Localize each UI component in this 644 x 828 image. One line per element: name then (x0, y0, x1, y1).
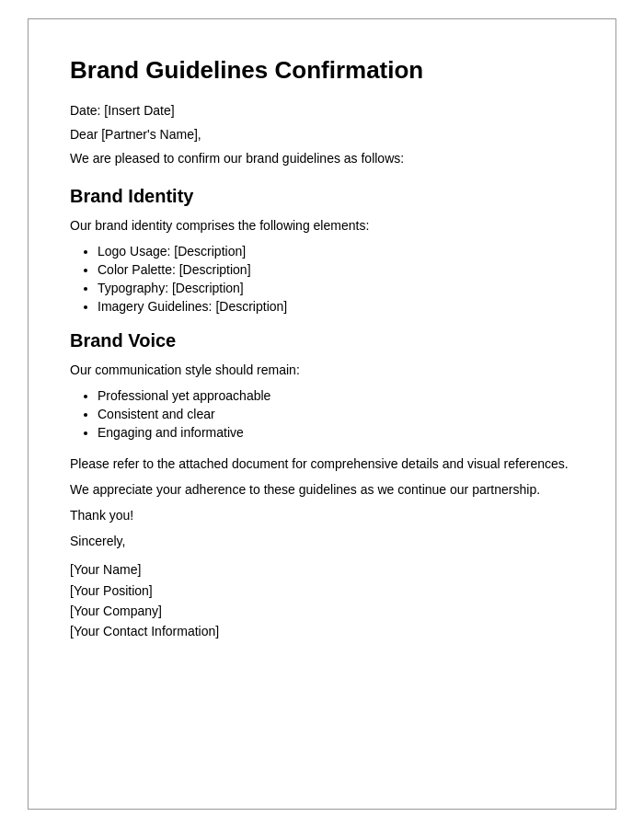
document-title: Brand Guidelines Confirmation (70, 56, 574, 85)
brand-identity-section: Brand Identity Our brand identity compri… (70, 186, 574, 314)
signature-company: [Your Company] (70, 601, 574, 621)
list-item: Typography: [Description] (98, 281, 574, 295)
signature-contact: [Your Contact Information] (70, 621, 574, 641)
page-container: Brand Guidelines Confirmation Date: [Ins… (0, 0, 644, 828)
signature-name: [Your Name] (70, 559, 574, 580)
closing-line-1: Please refer to the attached document fo… (70, 456, 574, 471)
salutation: Dear [Partner's Name], (70, 127, 574, 142)
brand-voice-description: Our communication style should remain: (70, 362, 574, 377)
intro-text: We are pleased to confirm our brand guid… (70, 151, 574, 166)
closing-block: Please refer to the attached document fo… (70, 456, 574, 548)
document: Brand Guidelines Confirmation Date: [Ins… (28, 18, 616, 810)
signature-position: [Your Position] (70, 581, 574, 601)
date-line: Date: [Insert Date] (70, 103, 574, 118)
brand-identity-list: Logo Usage: [Description] Color Palette:… (98, 244, 574, 314)
brand-voice-section: Brand Voice Our communication style shou… (70, 330, 574, 440)
closing-line-3: Thank you! (70, 508, 574, 523)
list-item: Logo Usage: [Description] (98, 244, 574, 259)
brand-voice-list: Professional yet approachable Consistent… (98, 388, 574, 440)
brand-voice-heading: Brand Voice (70, 330, 574, 351)
list-item: Consistent and clear (98, 407, 574, 421)
list-item: Professional yet approachable (98, 388, 574, 403)
signature-block: [Your Name] [Your Position] [Your Compan… (70, 559, 574, 642)
closing-line-4: Sincerely, (70, 534, 574, 548)
brand-identity-description: Our brand identity comprises the followi… (70, 218, 574, 233)
list-item: Engaging and informative (98, 425, 574, 440)
closing-line-2: We appreciate your adherence to these gu… (70, 482, 574, 497)
brand-identity-heading: Brand Identity (70, 186, 574, 207)
list-item: Imagery Guidelines: [Description] (98, 299, 574, 314)
list-item: Color Palette: [Description] (98, 262, 574, 277)
